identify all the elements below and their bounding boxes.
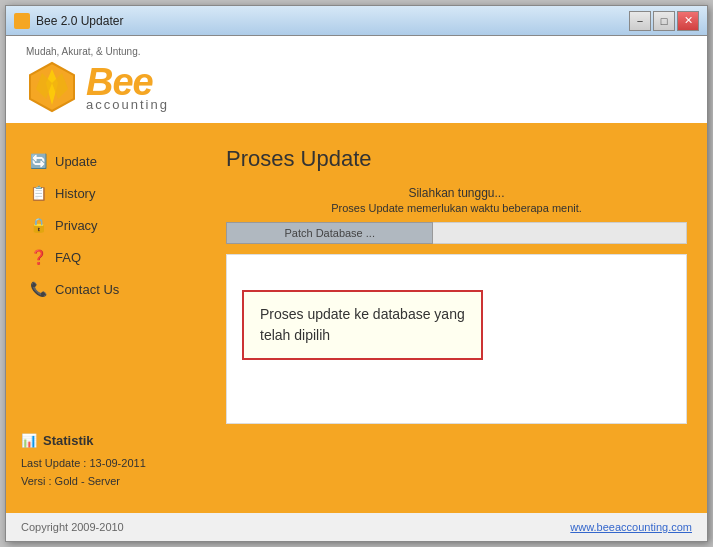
window-title: Bee 2.0 Updater xyxy=(36,14,123,28)
faq-icon: ❓ xyxy=(29,248,47,266)
sidebar-label-history: History xyxy=(55,186,95,201)
minimize-button[interactable]: − xyxy=(629,11,651,31)
output-text: Proses update ke database yangtelah dipi… xyxy=(260,306,465,343)
output-box: Proses update ke database yangtelah dipi… xyxy=(226,254,687,424)
close-button[interactable]: ✕ xyxy=(677,11,699,31)
main-content: 🔄 Update 📋 History 🔒 Privacy ❓ FAQ 📞 Con… xyxy=(6,126,707,511)
statistik-icon: 📊 xyxy=(21,433,37,448)
app-icon xyxy=(14,13,30,29)
footer: Copyright 2009-2010 www.beeaccounting.co… xyxy=(6,511,707,541)
progress-filled: Patch Database ... xyxy=(226,222,433,244)
logo-main: Bee accounting xyxy=(26,61,169,113)
content-panel: Proses Update Silahkan tunggu... Proses … xyxy=(226,146,687,424)
content-title: Proses Update xyxy=(226,146,687,172)
sidebar-label-privacy: Privacy xyxy=(55,218,98,233)
statistik-title-text: Statistik xyxy=(43,433,94,448)
restore-button[interactable]: □ xyxy=(653,11,675,31)
progress-label: Patch Database ... xyxy=(284,227,375,239)
output-message: Proses update ke database yangtelah dipi… xyxy=(242,290,483,360)
sidebar: 🔄 Update 📋 History 🔒 Privacy ❓ FAQ 📞 Con… xyxy=(6,126,206,511)
status-line2: Proses Update memerlukan waktu beberapa … xyxy=(226,202,687,214)
sidebar-item-update[interactable]: 🔄 Update xyxy=(21,146,191,176)
sidebar-item-contact[interactable]: 📞 Contact Us xyxy=(21,274,191,304)
sidebar-item-privacy[interactable]: 🔒 Privacy xyxy=(21,210,191,240)
sidebar-bottom: 📊 Statistik Last Update : 13-09-2011 Ver… xyxy=(21,413,191,491)
update-icon: 🔄 xyxy=(29,152,47,170)
versi-text: Versi : Gold - Server xyxy=(21,472,191,491)
last-update-text: Last Update : 13-09-2011 xyxy=(21,454,191,473)
statistik-info: Last Update : 13-09-2011 Versi : Gold - … xyxy=(21,454,191,491)
titlebar-buttons: − □ ✕ xyxy=(629,11,699,31)
bee-logo-icon xyxy=(26,61,78,113)
contact-icon: 📞 xyxy=(29,280,47,298)
progress-bar-container: Patch Database ... xyxy=(226,222,687,244)
status-line1: Silahkan tunggu... xyxy=(226,186,687,200)
brand-name: Bee xyxy=(86,63,169,101)
progress-empty xyxy=(433,222,687,244)
sidebar-label-faq: FAQ xyxy=(55,250,81,265)
tagline: Mudah, Akurat, & Untung. xyxy=(26,46,169,57)
website-link[interactable]: www.beeaccounting.com xyxy=(570,521,692,533)
titlebar-left: Bee 2.0 Updater xyxy=(14,13,123,29)
bee-text: Bee accounting xyxy=(86,63,169,112)
sidebar-item-faq[interactable]: ❓ FAQ xyxy=(21,242,191,272)
sidebar-label-contact: Contact Us xyxy=(55,282,119,297)
logo-area: Mudah, Akurat, & Untung. Bee accounting xyxy=(26,46,169,113)
app-window: Bee 2.0 Updater − □ ✕ Mudah, Akurat, & U… xyxy=(5,5,708,542)
statistik-section: 📊 Statistik xyxy=(21,433,191,448)
sidebar-label-update: Update xyxy=(55,154,97,169)
sidebar-item-history[interactable]: 📋 History xyxy=(21,178,191,208)
header: Mudah, Akurat, & Untung. Bee accounting xyxy=(6,36,707,126)
history-icon: 📋 xyxy=(29,184,47,202)
privacy-icon: 🔒 xyxy=(29,216,47,234)
brand-sub: accounting xyxy=(86,97,169,112)
copyright-text: Copyright 2009-2010 xyxy=(21,521,124,533)
titlebar: Bee 2.0 Updater − □ ✕ xyxy=(6,6,707,36)
content-area: Proses Update Silahkan tunggu... Proses … xyxy=(206,126,707,511)
